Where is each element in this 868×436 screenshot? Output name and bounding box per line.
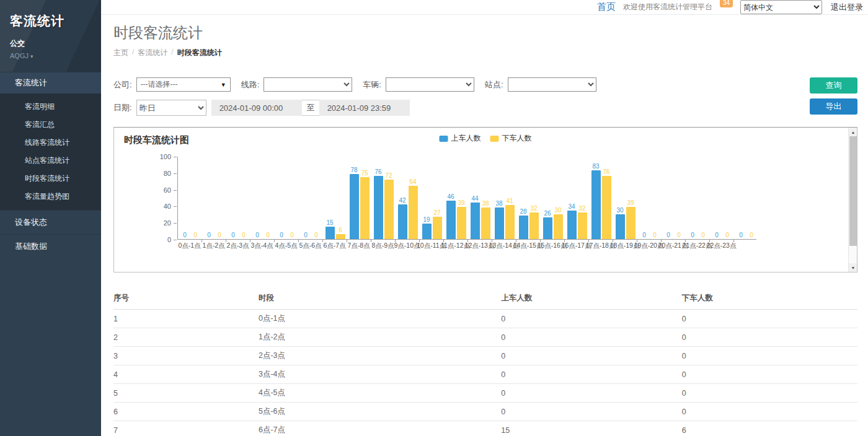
bar-column: 0	[712, 231, 722, 239]
action-buttons: 查询 导出	[810, 77, 857, 115]
legend-item[interactable]: 下车人数	[490, 133, 532, 144]
sidebar-subitem-3[interactable]: 线路客流统计	[0, 134, 101, 152]
bar-pair: 7875	[347, 157, 371, 239]
legend-swatch-icon	[490, 136, 499, 142]
breadcrumb-home[interactable]: 主页	[113, 48, 128, 58]
x-axis-tick-label: 12点-13点	[467, 242, 492, 250]
sidebar-item-passenger-stats[interactable]: 客流统计	[0, 72, 101, 94]
bar	[422, 224, 432, 239]
date-start-input[interactable]	[211, 100, 302, 116]
bar-column: 0	[180, 231, 190, 239]
table-cell: 0	[501, 328, 682, 347]
bar-value-label: 0	[183, 231, 187, 239]
station-select[interactable]	[508, 77, 596, 92]
bar-pair: 3039	[613, 157, 637, 239]
scrollbar-thumb[interactable]	[849, 136, 857, 246]
chart-category: 3841	[492, 157, 516, 239]
bar-column: 34	[567, 203, 577, 239]
chart-card: 时段车流统计图 上车人数下车人数 020406080100 0000000000…	[113, 127, 857, 272]
table-cell: 2	[113, 328, 259, 347]
plot-clip: 0000000000001567875767242641927463944383…	[177, 157, 756, 250]
scrollbar-up-icon[interactable]: ▲	[849, 128, 857, 136]
table-cell: 2点-3点	[259, 347, 501, 365]
bar-column: 32	[529, 204, 539, 239]
bar	[543, 217, 552, 239]
app-window: 客流统计 公交 AQGJ ▾ 客流统计 客流明细客流汇总线路客流统计站点客流统计…	[0, 0, 868, 436]
bar-column: 0	[650, 231, 660, 239]
table-header-cell: 下车人数	[682, 289, 857, 310]
sidebar-subitem-2[interactable]: 客流汇总	[0, 116, 101, 134]
table-header-row: 序号时段上车人数下车人数	[113, 289, 857, 310]
breadcrumb-passenger-stats[interactable]: 客流统计	[138, 48, 167, 58]
filter-block: 公司: ---请选择--- ▼ 线路: 车辆: 站点: 日期: 昨日	[113, 67, 857, 116]
sidebar-subitem-4[interactable]: 站点客流统计	[0, 152, 101, 170]
x-axis-tick-label: 1点-2点	[202, 242, 226, 250]
legend-item[interactable]: 上车人数	[440, 133, 481, 144]
bar-value-label: 30	[554, 206, 561, 214]
home-link[interactable]: 首页	[597, 1, 616, 13]
line-select[interactable]	[264, 77, 352, 92]
bar-column: 0	[215, 231, 224, 239]
vehicle-select[interactable]	[386, 77, 474, 92]
sidebar-account-dropdown[interactable]: AQGJ ▾	[10, 52, 91, 59]
x-axis-tick-label: 19点-20点	[637, 242, 661, 250]
bar-chart: 020406080100 000000000000156787576724264…	[156, 157, 847, 250]
x-axis-tick-label: 20点-21点	[661, 242, 685, 250]
brand-area: 客流统计 公交 AQGJ ▾	[0, 0, 101, 72]
language-select[interactable]: 简体中文	[740, 0, 822, 14]
chart-scrollbar[interactable]: ▲ ▼	[848, 128, 857, 272]
sidebar-subitem-1[interactable]: 客流明细	[0, 98, 101, 116]
date-preset-select[interactable]: 昨日	[136, 100, 206, 116]
x-axis-tick-label: 2点-3点	[226, 242, 250, 250]
chart-category: 00	[250, 157, 275, 239]
chart-category: 00	[662, 157, 686, 239]
bar-column: 0	[277, 231, 286, 239]
bar-value-label: 0	[715, 231, 719, 239]
bar-value-label: 0	[314, 231, 318, 239]
x-axis-tick-label: 21点-22点	[685, 242, 709, 250]
bar-column: 0	[264, 231, 273, 239]
chart-category: 2832	[516, 157, 541, 239]
sidebar-subitem-5[interactable]: 时段客流统计	[0, 170, 101, 188]
table-cell: 6	[682, 421, 857, 436]
x-axis-tick-label: 3点-4点	[250, 242, 274, 250]
chart-category: 00	[710, 157, 734, 239]
export-button[interactable]: 导出	[810, 98, 857, 115]
sidebar-subitem-6[interactable]: 客流量趋势图	[0, 188, 101, 206]
table-block: 序号时段上车人数下车人数 10点-1点0021点-2点0032点-3点0043点…	[113, 289, 857, 436]
sidebar-bottom-items: 设备状态基础数据	[0, 210, 101, 258]
date-end-input[interactable]	[319, 100, 410, 116]
notification-badge[interactable]: 34	[720, 0, 733, 7]
chart-legend: 上车人数下车人数	[440, 133, 532, 144]
welcome-text: 欢迎使用客流统计管理平台	[623, 2, 712, 12]
bar-value-label: 34	[568, 203, 575, 211]
table-cell: 5	[113, 384, 259, 403]
company-select[interactable]: ---请选择--- ▼	[136, 77, 231, 92]
scrollbar-down-icon[interactable]: ▼	[849, 263, 857, 272]
bar	[326, 227, 335, 239]
legend-label: 下车人数	[502, 133, 532, 144]
breadcrumb-separator: /	[171, 48, 173, 58]
bar-column: 83	[591, 162, 601, 239]
bar-value-label: 0	[304, 231, 308, 239]
table-row: 65点-6点00	[113, 403, 857, 421]
sidebar-company-name: 公交	[10, 38, 91, 49]
sidebar-item-2[interactable]: 基础数据	[0, 234, 101, 258]
bar-value-label: 15	[326, 219, 333, 227]
chart-category: 00	[178, 157, 202, 239]
bar-value-label: 32	[530, 204, 537, 212]
search-button[interactable]: 查询	[810, 77, 857, 94]
x-axis-tick-label: 17点-18点	[588, 242, 613, 250]
bar	[626, 207, 636, 239]
bar-column: 76	[374, 168, 383, 239]
bar-value-label: 0	[691, 231, 694, 239]
x-axis-tick-label: 4点-5点	[274, 242, 298, 250]
bar-column: 0	[747, 231, 756, 239]
bar-value-label: 0	[207, 231, 211, 239]
logout-link[interactable]: 退出登录	[831, 2, 863, 13]
sidebar-item-1[interactable]: 设备状态	[0, 210, 101, 234]
bar-value-label: 0	[750, 231, 753, 239]
chart-category: 00	[637, 157, 662, 239]
bar	[602, 176, 611, 239]
x-axis-tick-label: 14点-15点	[516, 242, 540, 250]
